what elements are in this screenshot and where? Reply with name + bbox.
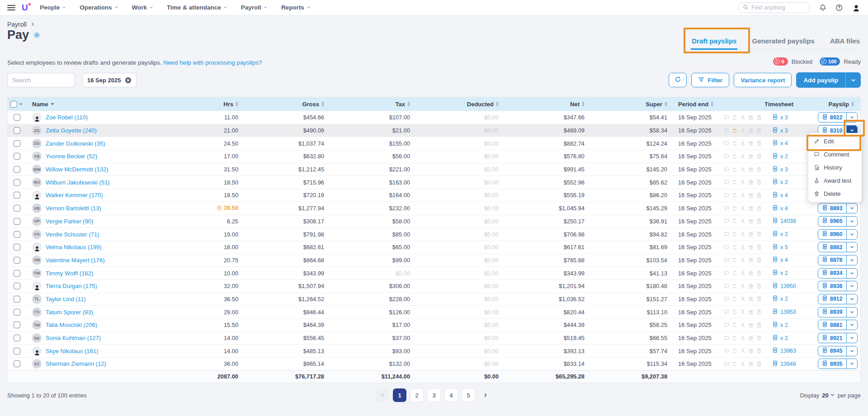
comment-icon[interactable] <box>724 245 729 250</box>
variance-report-button[interactable]: Variance report <box>734 73 792 87</box>
page-button-1[interactable]: 1 <box>393 388 406 402</box>
bank-icon[interactable] <box>748 128 754 133</box>
comment-icon[interactable] <box>724 180 729 185</box>
page-button-3[interactable]: 3 <box>427 388 441 402</box>
comment-icon[interactable] <box>724 167 729 172</box>
receipt-icon[interactable] <box>756 336 762 341</box>
comment-icon[interactable] <box>724 361 729 367</box>
col-header-name[interactable]: Name <box>26 101 189 108</box>
person-small-icon[interactable] <box>740 115 745 120</box>
person-small-icon[interactable] <box>740 270 745 276</box>
payslip-button[interactable]: 8922 <box>818 112 858 123</box>
receipt-icon[interactable] <box>756 232 762 237</box>
repeat-icon[interactable] <box>732 284 737 289</box>
employee-name-link[interactable]: Walker Kemmer (170) <box>46 192 103 199</box>
menu-item-award-test[interactable]: Award test <box>808 174 862 187</box>
bank-icon[interactable] <box>748 167 754 172</box>
payslip-button[interactable]: 8945 <box>818 346 858 356</box>
page-size-select[interactable]: 20 <box>822 392 835 399</box>
person-small-icon[interactable] <box>740 245 745 250</box>
employee-name-link[interactable]: Willow McDermott (132) <box>46 166 108 173</box>
repeat-icon[interactable] <box>732 361 737 367</box>
filter-button[interactable]: Filter <box>691 73 729 87</box>
employee-name-link[interactable]: Wilburn Jakubowski (51) <box>46 179 110 186</box>
payslip-button[interactable]: 8935 <box>818 359 858 369</box>
repeat-icon[interactable] <box>732 322 737 328</box>
timesheet-link[interactable]: x 2 <box>780 231 788 237</box>
person-small-icon[interactable] <box>740 154 745 159</box>
payslip-chevron-icon[interactable] <box>847 217 857 226</box>
payslip-chevron-icon[interactable] <box>847 269 857 278</box>
payslip-button[interactable]: 8965 <box>818 216 858 227</box>
person-small-icon[interactable] <box>740 167 745 172</box>
comment-icon[interactable] <box>724 336 729 341</box>
bank-icon[interactable] <box>748 309 754 315</box>
payslip-button[interactable]: 8881 <box>818 320 858 330</box>
bank-icon[interactable] <box>748 180 754 185</box>
gear-icon[interactable] <box>33 32 40 38</box>
date-filter-chip[interactable]: 16 Sep 2025 <box>82 73 137 87</box>
employee-name-link[interactable]: Tierra Durgan (175) <box>46 283 97 289</box>
bank-icon[interactable] <box>748 141 754 146</box>
employee-name-link[interactable]: Timmy Wolff (162) <box>46 270 93 277</box>
notifications-bell-icon[interactable] <box>819 4 826 11</box>
person-small-icon[interactable] <box>740 180 745 185</box>
row-checkbox[interactable] <box>14 127 20 134</box>
row-checkbox[interactable] <box>14 348 20 355</box>
employee-name-link[interactable]: Tatum Sporer (93) <box>46 309 93 316</box>
payslip-button[interactable]: 8936 <box>818 281 858 291</box>
comment-icon[interactable] <box>724 270 729 276</box>
timesheet-link[interactable]: x 2 <box>780 335 788 341</box>
add-payslip-button[interactable]: Add payslip <box>796 72 861 88</box>
timesheet-link[interactable]: x 2 <box>780 270 788 276</box>
col-header-gross[interactable]: Gross <box>238 101 324 108</box>
payslip-button[interactable]: 8939 <box>818 307 858 317</box>
comment-icon[interactable] <box>724 128 729 133</box>
payslip-chevron-icon[interactable] <box>847 346 857 356</box>
comment-icon[interactable] <box>724 232 729 237</box>
timesheet-link[interactable]: 14038 <box>780 218 796 224</box>
receipt-icon[interactable] <box>756 141 762 146</box>
payslip-button[interactable]: 8960 <box>818 229 858 240</box>
tab-draft-payslips[interactable]: Draft payslips <box>691 32 737 50</box>
bank-icon[interactable] <box>748 336 754 341</box>
receipt-icon[interactable] <box>756 322 762 328</box>
repeat-icon[interactable] <box>732 193 737 198</box>
person-small-icon[interactable] <box>740 361 745 367</box>
payslip-chevron-icon[interactable] <box>847 320 857 330</box>
nav-menu-reports[interactable]: Reports <box>281 4 311 11</box>
bank-icon[interactable] <box>748 206 754 211</box>
comment-icon[interactable] <box>724 296 729 302</box>
bank-icon[interactable] <box>748 154 754 159</box>
comment-icon[interactable] <box>724 257 729 263</box>
col-header-payslip[interactable]: Payslip <box>800 101 860 108</box>
comment-icon[interactable] <box>724 309 729 315</box>
receipt-icon[interactable] <box>756 180 762 185</box>
receipt-icon[interactable] <box>756 206 762 211</box>
bank-icon[interactable] <box>748 296 754 302</box>
payslip-chevron-icon[interactable] <box>847 359 857 369</box>
person-small-icon[interactable] <box>740 193 745 198</box>
employee-name-link[interactable]: Vernon Bartoletti (13) <box>46 205 101 212</box>
person-small-icon[interactable] <box>740 296 745 302</box>
receipt-icon[interactable] <box>756 257 762 263</box>
timesheet-link[interactable]: 13950 <box>780 283 796 289</box>
receipt-icon[interactable] <box>756 361 762 367</box>
page-button-4[interactable]: 4 <box>444 388 458 402</box>
row-checkbox[interactable] <box>14 360 20 367</box>
person-small-icon[interactable] <box>740 218 745 224</box>
breadcrumb-payroll-link[interactable]: Payroll <box>7 21 27 28</box>
payslip-button[interactable]: 8882 <box>818 242 858 252</box>
person-small-icon[interactable] <box>740 284 745 289</box>
comment-icon[interactable] <box>724 193 729 198</box>
employee-name-link[interactable]: Zander Gutkowski (35) <box>46 140 105 147</box>
row-checkbox[interactable] <box>14 179 20 186</box>
payslip-chevron-icon[interactable] <box>847 333 857 343</box>
payslip-chevron-icon[interactable] <box>847 203 857 213</box>
comment-icon[interactable] <box>724 218 729 224</box>
comment-icon[interactable] <box>724 141 729 146</box>
repeat-icon[interactable] <box>732 232 737 237</box>
menu-item-delete[interactable]: Delete <box>808 187 862 200</box>
col-header-tax[interactable]: Tax <box>324 101 410 108</box>
employee-name-link[interactable]: Zoe Robel (110) <box>46 114 88 121</box>
